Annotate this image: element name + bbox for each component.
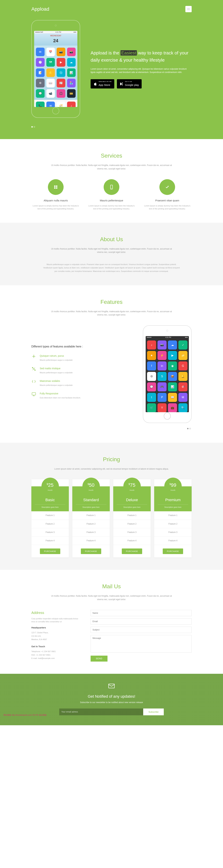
feature-phone-mockup: ●●●●●4:21 PM●●● ♪📷☁✓★ ⚡▶📁fin ◉G☮S📦 🔔💬🎮📊🎯… [143, 325, 192, 423]
svg-point-6 [33, 356, 34, 357]
feature-item: Maecenas sodalesMauris pellentesque augu… [31, 379, 133, 387]
hero-description: Lorem ipsum dolor sit amet, consectetur … [90, 67, 192, 74]
mail-title: Mail Us [31, 582, 192, 591]
price-card-deluxe: $75/monthDeluxeDescription goes hereFeat… [113, 479, 151, 558]
newsletter-title: Get Notified of any updates! [31, 693, 192, 700]
hero-section: Appload ●●●●● Bell4:21 PM●●● WEDNESDAY24… [0, 0, 223, 139]
contact-form: SEND [90, 610, 192, 661]
subject-field[interactable] [90, 627, 192, 633]
address-title: Address [31, 610, 80, 616]
pricing-title: Pricing [31, 455, 192, 464]
purchase-button[interactable]: PURCHASE [163, 549, 183, 554]
price-card-basic: $25/monthBasicDescription goes hereFeatu… [31, 479, 69, 558]
envelope-icon [108, 682, 115, 689]
svg-rect-10 [109, 684, 114, 688]
features-heading: Different types of features available he… [31, 344, 133, 349]
email-field[interactable] [90, 618, 192, 625]
contact-info: Telephone: +1 234 567 8901 FAX: +1 234 5… [31, 650, 80, 660]
send-button[interactable]: SEND [90, 656, 108, 661]
play-icon [120, 82, 123, 86]
mail-section: Mail Us Ut mollis rhoncus porttitor. Nul… [0, 570, 223, 674]
feature-slider-dots[interactable] [31, 427, 192, 430]
slider-dots[interactable] [31, 125, 192, 129]
logo[interactable]: Appload [31, 5, 49, 13]
svg-rect-1 [56, 186, 58, 187]
hq-address: 123 T. Globel Place, CD 09-123, Meebox, … [31, 631, 80, 641]
purchase-button[interactable]: PURCHASE [40, 549, 60, 554]
feature-item: Quisque rutrum, purusMauris pellentesque… [31, 354, 133, 362]
purchase-button[interactable]: PURCHASE [81, 549, 101, 554]
feature-icon [31, 379, 36, 384]
watermark: 网站模板 http://bootstrapmb.com/ 2017年 精品模板 [0, 714, 223, 717]
apple-icon [94, 82, 97, 86]
about-title: About Us [31, 235, 192, 244]
feature-icon [31, 367, 36, 371]
service-icon [104, 179, 119, 195]
name-field[interactable] [90, 610, 192, 616]
features-section: Features Ut mollis rhoncus porttitor. Nu… [0, 285, 223, 443]
phone-mockup: ●●●●● Bell4:21 PM●●● WEDNESDAY24 ✉📅📷📸 🕐🗺… [31, 20, 80, 118]
newsletter-section: Get Notified of any updates! Subscribe t… [0, 674, 223, 725]
service-item: Aliquam nulla maurisLorem Ipsum is simpl… [31, 179, 80, 211]
home-screen-apps: ✉📅📷📸 🕐🗺▶☁ 📝⭐Ⓐ📊 ⚙📖📰🏪 💬📹🎧💳 [34, 45, 77, 100]
svg-rect-0 [54, 186, 55, 187]
service-item: Mauris pellentesqueLorem Ipsum is simply… [87, 179, 136, 211]
services-section: Services Ut mollis rhoncus porttitor. Nu… [0, 139, 223, 223]
price-card-premium: $99/monthPremiumDescription goes hereFea… [154, 479, 192, 558]
service-icon [159, 179, 175, 195]
menu-button[interactable] [185, 6, 192, 12]
feature-item: Sed mattis tristiqueMauris pellentesque … [31, 367, 133, 374]
google-play-button[interactable]: GET IT ONGoogle play [117, 79, 142, 89]
hamburger-icon [187, 9, 190, 9]
pricing-section: Pricing Lorem ipsum dolor sit amet, cons… [0, 443, 223, 570]
feature-icon [31, 354, 36, 359]
purchase-button[interactable]: PURCHASE [122, 549, 142, 554]
svg-point-5 [111, 188, 112, 189]
about-section: About Us Ut mollis rhoncus porttitor. Nu… [0, 223, 223, 285]
svg-rect-2 [54, 187, 55, 189]
service-icon [48, 179, 64, 195]
message-field[interactable] [90, 635, 192, 652]
svg-rect-9 [32, 393, 36, 395]
app-store-button[interactable]: AVAILABLE ON THEApp Store [90, 79, 114, 89]
feature-item: Fully ResponsiveDuis bibendum diam non e… [31, 392, 133, 399]
features-title: Features [31, 298, 192, 306]
navbar: Appload [31, 5, 192, 20]
price-card-standard: $50/monthStandardDescription goes hereFe… [72, 479, 110, 558]
services-title: Services [31, 151, 192, 160]
feature-icon [31, 392, 36, 397]
svg-rect-3 [56, 187, 58, 189]
hero-title: Appload is the Easiest way to keep track… [90, 50, 192, 64]
service-item: Praesent vitae quamLorem Ipsum is simply… [143, 179, 192, 211]
